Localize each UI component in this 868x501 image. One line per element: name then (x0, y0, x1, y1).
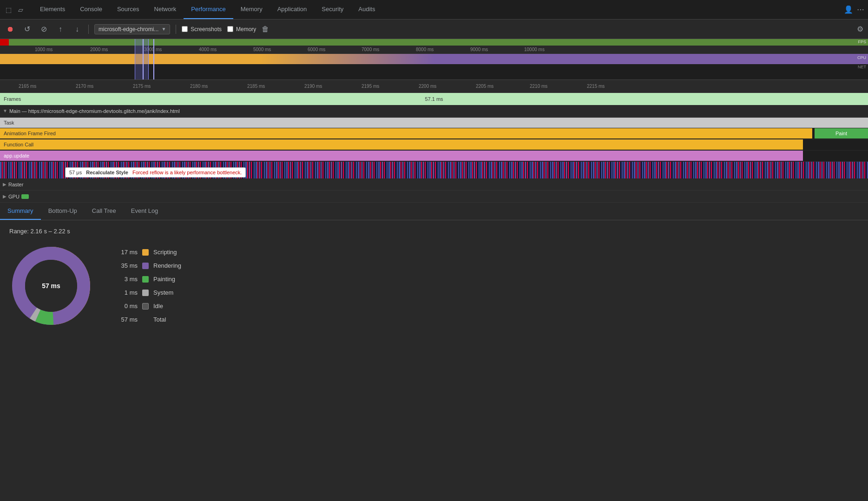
tab-memory[interactable]: Memory (233, 0, 270, 19)
gpu-row[interactable]: ▶ GPU (0, 191, 868, 203)
detail-tick-2210: 2210 ms (530, 84, 547, 89)
flame-chart: Frames 57.1 ms ▼ Main — https://microsof… (0, 93, 868, 203)
tab-elements[interactable]: Elements (33, 0, 72, 19)
account-icon[interactable]: 👤 (844, 5, 853, 14)
screenshots-checkbox-label[interactable]: Screenshots (182, 26, 222, 33)
tab-sources[interactable]: Sources (110, 0, 147, 19)
bottom-tabs: Summary Bottom-Up Call Tree Event Log (0, 203, 868, 220)
reload-button[interactable]: ↺ (21, 24, 33, 35)
total-label: Total (153, 316, 166, 323)
main-header[interactable]: ▼ Main — https://microsoft-edge-chromium… (0, 105, 868, 117)
tick-9000ms: 9000 ms (470, 47, 488, 52)
device-icon[interactable]: ▱ (16, 5, 25, 14)
overview-timeline[interactable]: FPS 1000 ms 2000 ms 3000 ms 4000 ms 5000… (0, 39, 868, 80)
top-nav: ⬚ ▱ Elements Console Sources Network Per… (0, 0, 868, 20)
tick-8000ms: 8000 ms (416, 47, 434, 52)
detail-ruler: 2165 ms 2170 ms 2175 ms 2180 ms 2185 ms … (0, 80, 868, 93)
paint-bar[interactable]: Paint (815, 128, 868, 138)
system-swatch (142, 290, 149, 296)
scripting-label: Scripting (153, 249, 177, 256)
rendering-ms: 35 ms (121, 262, 138, 269)
legend-total: 57 ms Total (121, 316, 181, 323)
frames-row[interactable]: Frames 57.1 ms (0, 93, 868, 105)
selection-right-marker (153, 39, 154, 79)
gpu-expand-icon[interactable]: ▶ (3, 194, 7, 199)
detail-tick-2215: 2215 ms (587, 84, 605, 89)
divider (88, 25, 89, 34)
app-bar[interactable]: app.update (0, 151, 803, 161)
raster-label: Raster (8, 182, 23, 187)
overview-ruler: 1000 ms 2000 ms 3000 ms 4000 ms 5000 ms … (0, 46, 868, 54)
tick-6000ms: 6000 ms (308, 47, 325, 52)
tab-bottom-up[interactable]: Bottom-Up (41, 203, 85, 220)
detail-tick-2170: 2170 ms (76, 84, 93, 89)
selection-left-marker (143, 39, 144, 79)
tab-call-tree[interactable]: Call Tree (85, 203, 124, 220)
anim-row[interactable]: Animation Frame Fired Paint (0, 128, 868, 139)
tab-console[interactable]: Console (72, 0, 110, 19)
summary-area: 57 ms 17 ms Scripting 35 ms Rendering 3 … (9, 244, 859, 328)
task-bar[interactable]: Task (0, 118, 868, 128)
bottom-panel: Summary Bottom-Up Call Tree Event Log Ra… (0, 203, 868, 335)
dense-bars[interactable]: // Generate visual bar pattern inline 57… (0, 162, 868, 178)
recording-selector[interactable]: microsoft-edge-chromi... ▼ (94, 24, 170, 34)
total-swatch (142, 316, 149, 323)
memory-checkbox[interactable] (227, 26, 233, 32)
paint-label: Paint (835, 131, 847, 136)
tab-audits[interactable]: Audits (351, 0, 382, 19)
raster-expand-icon[interactable]: ▶ (3, 182, 7, 187)
nav-icons: ⬚ ▱ (4, 5, 25, 14)
legend-painting: 3 ms Painting (121, 276, 181, 283)
func-bar[interactable]: Function Call (0, 139, 803, 150)
tick-10000ms: 10000 ms (524, 47, 545, 52)
net-label: NET (858, 65, 866, 69)
upload-button[interactable]: ↑ (55, 24, 66, 35)
more-icon[interactable]: ⋯ (857, 5, 864, 14)
detail-tick-2165: 2165 ms (19, 84, 36, 89)
tooltip: 57 μs Recalculate Style Forced reflow is… (65, 167, 246, 178)
stop-button[interactable]: ⊘ (38, 24, 49, 35)
detail-tick-2180: 2180 ms (190, 84, 208, 89)
detail-tick-2195: 2195 ms (362, 84, 379, 89)
tab-application[interactable]: Application (270, 0, 315, 19)
legend-scripting: 17 ms Scripting (121, 249, 181, 256)
screenshots-checkbox[interactable] (182, 26, 188, 32)
timeline-selection[interactable] (135, 39, 149, 79)
task-label: Task (4, 120, 14, 125)
record-button[interactable]: ⏺ (5, 24, 16, 35)
tab-event-log[interactable]: Event Log (124, 203, 166, 220)
tick-7000ms: 7000 ms (362, 47, 379, 52)
task-row[interactable]: Task (0, 117, 868, 128)
tab-security[interactable]: Security (314, 0, 351, 19)
system-ms: 1 ms (121, 289, 138, 296)
download-button[interactable]: ↓ (72, 24, 83, 35)
tab-summary[interactable]: Summary (0, 203, 41, 220)
tab-network[interactable]: Network (147, 0, 184, 19)
nav-tabs: Elements Console Sources Network Perform… (33, 0, 844, 19)
legend: 17 ms Scripting 35 ms Rendering 3 ms Pai… (121, 244, 181, 323)
range-text: Range: 2.16 s – 2.22 s (9, 228, 859, 235)
tooltip-time: 57 μs (69, 170, 82, 175)
detail-tick-2185: 2185 ms (247, 84, 265, 89)
idle-swatch (142, 303, 149, 310)
raster-row[interactable]: ▶ Raster (0, 178, 868, 191)
rendering-swatch (142, 263, 149, 269)
frames-label: Frames (4, 96, 21, 102)
settings-button[interactable]: ⚙ (857, 25, 863, 33)
gpu-activity-bar (21, 194, 29, 199)
frames-bar[interactable]: Frames 57.1 ms (0, 93, 868, 105)
cpu-label: CPU (857, 55, 866, 60)
anim-bar[interactable]: Animation Frame Fired (0, 128, 812, 138)
app-row[interactable]: app.update (0, 151, 868, 162)
clear-button[interactable]: 🗑 (262, 25, 269, 33)
collapse-icon[interactable]: ▼ (3, 108, 7, 113)
tick-5000ms: 5000 ms (253, 47, 271, 52)
func-label: Function Call (4, 142, 33, 147)
func-row[interactable]: Function Call (0, 139, 868, 151)
memory-checkbox-label[interactable]: Memory (227, 26, 256, 33)
tab-performance[interactable]: Performance (184, 0, 233, 19)
idle-ms: 0 ms (121, 303, 138, 310)
cursor-icon[interactable]: ⬚ (4, 5, 13, 14)
total-ms: 57 ms (121, 316, 138, 323)
detail-tick-2205: 2205 ms (476, 84, 493, 89)
